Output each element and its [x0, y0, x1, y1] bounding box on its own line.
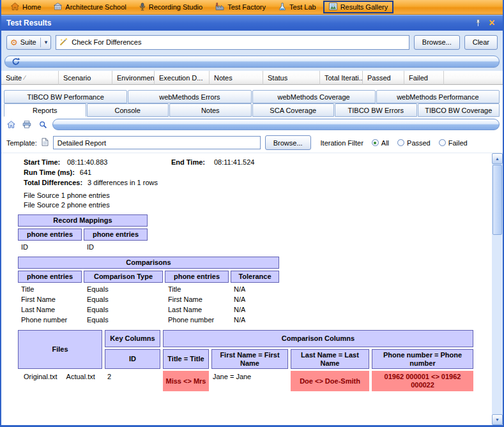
template-input[interactable]: Detailed Report — [53, 136, 261, 149]
results-grid-header: Suite ∕ Scenario Environment Execution D… — [1, 71, 503, 85]
comparisons-section: Comparisons phone entries Comparison Typ… — [18, 257, 489, 324]
comparisons-header-cell: Comparison Type — [84, 271, 163, 283]
menu-item-test-factory[interactable]: Test Factory — [210, 1, 271, 13]
mapping-cell: ID — [84, 243, 94, 251]
refresh-icon[interactable] — [10, 56, 22, 68]
pin-icon[interactable] — [472, 18, 484, 28]
menu-item-home[interactable]: Home — [5, 1, 47, 13]
menu-item-results-gallery[interactable]: Results Gallery — [323, 1, 394, 13]
tab-label: TIBCO BW Errors — [348, 107, 404, 114]
tab-tibco-bw-performance[interactable]: TIBCO BW Performance — [4, 90, 127, 103]
file-source-1-label: File Source 1 — [24, 191, 67, 199]
tab-label: TIBCO BW Performance — [27, 93, 103, 101]
column-header-suite[interactable]: Suite ∕ — [1, 71, 59, 85]
panel-title-bar: Test Results × — [1, 15, 503, 31]
tab-label: SCA Coverage — [270, 107, 316, 114]
tab-tibco-bw-coverage[interactable]: TIBCO BW Coverage — [418, 103, 500, 117]
column-header-notes[interactable]: Notes — [210, 71, 263, 85]
app-menu-bar: Home Architecture School Recording Studi… — [1, 0, 503, 15]
files-row-names: Original.txt Actual.txt — [18, 371, 102, 391]
record-mappings-col2: phone entries — [84, 228, 148, 241]
column-header-status[interactable]: Status — [263, 71, 320, 85]
tab-webmethods-performance[interactable]: webMethods Performance — [376, 90, 500, 103]
record-mappings-section: Record Mappings phone entries phone entr… — [18, 214, 489, 251]
column-header-failed[interactable]: Failed — [404, 71, 444, 85]
column-header-label: Execution D... — [159, 74, 202, 82]
suite-search-input[interactable]: Check For Differences — [56, 35, 409, 50]
column-header-label: Suite — [6, 74, 22, 82]
browse-button[interactable]: Browse... — [414, 35, 460, 50]
radio-all[interactable]: All — [372, 139, 389, 147]
iteration-filter-label: Iteration Filter — [321, 139, 363, 147]
suite-search-value: Check For Differences — [72, 38, 141, 46]
radio-passed-circle[interactable] — [397, 139, 404, 146]
comparison-cell: Last Name — [18, 306, 84, 313]
summary-row-runtime: Run Time (ms): 641 — [24, 169, 489, 176]
file1-name: Original.txt — [24, 373, 57, 391]
tab-reports[interactable]: Reports — [4, 103, 86, 117]
template-browse-button[interactable]: Browse... — [265, 135, 311, 150]
comparison-cell: Equals — [84, 316, 165, 324]
column-header-execution-date[interactable]: Execution D... — [155, 71, 210, 85]
column-header-label: Notes — [214, 74, 233, 82]
file-source-2-label: File Source 2 — [24, 201, 67, 209]
radio-failed-label: Failed — [448, 139, 468, 147]
record-mappings-header-row: phone entries phone entries — [18, 228, 489, 241]
column-header-passed[interactable]: Passed — [363, 71, 404, 85]
tab-row-upper: TIBCO BW Performance webMethods Errors w… — [1, 90, 503, 103]
gallery-icon — [329, 3, 337, 11]
tab-sca-coverage[interactable]: SCA Coverage — [252, 103, 335, 117]
match-cell: Jane = Jane — [211, 371, 288, 391]
radio-failed-circle[interactable] — [439, 139, 446, 146]
column-header-scenario[interactable]: Scenario — [59, 71, 112, 85]
radio-failed[interactable]: Failed — [439, 139, 468, 147]
chevron-down-icon[interactable]: ▾ — [45, 39, 48, 45]
menu-item-test-lab[interactable]: Test Lab — [273, 1, 322, 14]
diff-cell: Miss <> Mrs — [163, 371, 209, 391]
menu-item-architecture-school[interactable]: Architecture School — [48, 1, 132, 13]
home-icon — [11, 3, 19, 11]
test-results-window: Home Architecture School Recording Studi… — [0, 0, 504, 427]
tab-webmethods-coverage[interactable]: webMethods Coverage — [252, 90, 376, 103]
radio-all-circle[interactable] — [372, 139, 379, 146]
tab-row-lower: Reports Console Notes SCA Coverage TIBCO… — [1, 103, 503, 117]
end-time-label: End Time: — [171, 158, 214, 166]
radio-passed-label: Passed — [407, 139, 431, 147]
scrollbar-track[interactable] — [492, 236, 503, 414]
record-mappings-title: Record Mappings — [18, 214, 148, 227]
scroll-down-icon[interactable]: ▼ — [492, 414, 503, 425]
tab-console[interactable]: Console — [87, 103, 169, 117]
report-home-icon[interactable] — [4, 119, 17, 130]
menu-item-label: Test Lab — [289, 3, 316, 11]
radio-passed[interactable]: Passed — [397, 139, 431, 147]
template-label: Template: — [6, 139, 37, 147]
column-header-label: Environment — [117, 74, 155, 82]
tab-webmethods-errors[interactable]: webMethods Errors — [128, 90, 251, 103]
close-icon[interactable]: × — [486, 18, 498, 28]
record-mappings-data-row: ID ID — [18, 243, 489, 251]
key-value-cell: 2 — [105, 371, 160, 391]
menu-item-recording-studio[interactable]: Recording Studio — [134, 1, 208, 14]
suite-button[interactable]: ⚙ Suite ▾ — [6, 35, 51, 50]
results-toolbar: ⚙ Suite ▾ Check For Differences Browse..… — [1, 31, 503, 54]
suite-button-label: Suite — [20, 38, 36, 46]
template-browse-label: Browse... — [273, 139, 303, 147]
column-header-total-iterations[interactable]: Total Iterati... — [320, 71, 363, 85]
tab-tibco-bw-errors[interactable]: TIBCO BW Errors — [335, 103, 417, 117]
results-grid-empty-area — [1, 85, 503, 90]
comparison-cell: Phone number — [165, 316, 231, 324]
print-icon[interactable] — [20, 119, 33, 130]
refresh-bar — [4, 56, 500, 68]
tab-notes[interactable]: Notes — [169, 103, 252, 117]
scrollbar-thumb[interactable] — [493, 165, 502, 235]
menu-item-label: Test Factory — [227, 3, 266, 11]
comparison-cell: N/A — [231, 306, 245, 313]
flask-icon — [279, 3, 286, 12]
column-header-environment[interactable]: Environment — [112, 71, 155, 85]
clear-button[interactable]: Clear — [464, 35, 498, 50]
vertical-scrollbar[interactable]: ▲ ▼ — [492, 153, 503, 425]
scroll-up-icon[interactable]: ▲ — [492, 153, 503, 164]
key-columns-header-cell: Key Columns — [105, 330, 160, 347]
search-icon[interactable] — [36, 119, 49, 130]
column-header-label: Total Iterati... — [325, 74, 363, 82]
